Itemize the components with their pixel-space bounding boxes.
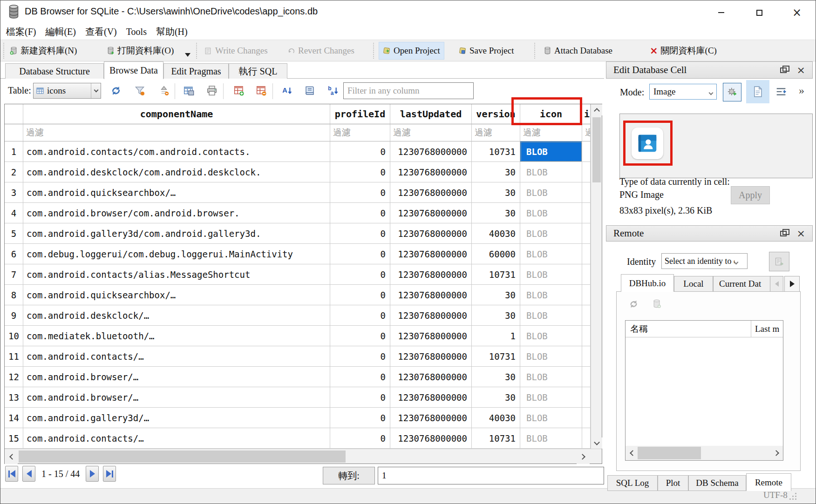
row-number[interactable]: 9 [5,305,23,326]
first-page-button[interactable] [5,466,18,482]
cell-version[interactable]: 30 [472,182,520,203]
dock-tab-remote[interactable]: Remote [746,473,791,491]
remote-list-header-modified[interactable]: Last m [751,324,779,334]
cell-icon-blob[interactable]: BLOB [520,223,582,244]
cell-componentName[interactable]: com.android.deskclock/com.android.deskcl… [23,162,330,182]
remote-scroll-right-button[interactable] [771,446,783,460]
cell-version[interactable]: 60000 [472,244,520,264]
menu-file[interactable]: 檔案(F) [1,24,41,40]
cell-componentName[interactable]: com.android.contacts/… [23,346,330,367]
new-database-button[interactable]: 新建資料庫(N) [6,42,81,60]
cell-lastUpdated[interactable]: 1230768000000 [390,326,472,346]
header-partial-column[interactable]: ic [582,104,591,124]
tab-database-structure[interactable]: Database Structure [5,63,104,79]
remote-list-header-name[interactable]: 名稱 [626,321,751,337]
filter-componentName[interactable]: 過濾 [23,124,330,141]
cell-version[interactable]: 10731 [472,428,520,449]
next-page-button[interactable] [86,466,99,482]
refresh-button[interactable] [109,84,122,97]
cell-profileId[interactable]: 0 [330,305,390,326]
cell-profileId[interactable]: 0 [330,367,390,387]
cell-version[interactable]: 30 [472,162,520,182]
tab-scroll-left-button[interactable] [770,276,783,292]
global-filter-input[interactable] [343,82,474,99]
row-number[interactable]: 10 [5,326,23,346]
cell-profileId[interactable]: 0 [330,223,390,244]
row-number[interactable]: 1 [5,141,23,162]
cell-lastUpdated[interactable]: 1230768000000 [390,141,472,162]
close-button[interactable]: × [786,5,808,20]
mode-select[interactable]: Image [649,84,717,100]
cell-lastUpdated[interactable]: 1230768000000 [390,305,472,326]
cell-profileId[interactable]: 0 [330,346,390,367]
write-changes-button[interactable]: Write Changes [201,42,272,60]
remote-tab-local[interactable]: Local [674,276,713,292]
cell-lastUpdated[interactable]: 1230768000000 [390,408,472,428]
cell-version[interactable]: 40030 [472,408,520,428]
row-number[interactable]: 13 [5,387,23,408]
cell-icon-blob[interactable]: BLOB [520,428,582,449]
cell-profileId[interactable]: 0 [330,285,390,305]
identity-import-button[interactable] [769,252,789,271]
import-data-button[interactable] [723,83,741,101]
cell-lastUpdated[interactable]: 1230768000000 [390,182,472,203]
cell-componentName[interactable]: com.android.contacts/com.android.contact… [23,141,330,162]
cell-componentName[interactable]: com.android.contacts/alias.MessageShortc… [23,264,330,285]
float-panel-icon[interactable] [780,231,787,236]
print-button[interactable] [205,84,218,97]
datatype-button[interactable] [303,84,316,97]
delete-record-button[interactable] [255,84,268,97]
cell-version[interactable]: 10731 [472,141,520,162]
revert-changes-button[interactable]: Revert Changes [284,42,358,60]
cell-version[interactable]: 10731 [472,264,520,285]
cell-lastUpdated[interactable]: 1230768000000 [390,203,472,223]
cell-icon-blob[interactable]: BLOB [520,162,582,182]
filter-partial[interactable]: 過濾 [582,124,591,141]
word-wrap-button[interactable] [775,85,788,98]
cell-icon-blob[interactable]: BLOB [520,367,582,387]
row-number[interactable]: 5 [5,223,23,244]
open-project-button[interactable]: Open Project [379,42,444,60]
cell-lastUpdated[interactable]: 1230768000000 [390,387,472,408]
cell-componentName[interactable]: com.debug.loggerui/com.debug.loggerui.Ma… [23,244,330,264]
cell-componentName[interactable]: com.android.quicksearchbox/… [23,285,330,305]
cell-version[interactable]: 30 [472,203,520,223]
cell-icon-blob[interactable]: BLOB [520,244,582,264]
text-mode-button[interactable] [746,80,769,103]
prev-page-button[interactable] [22,466,35,482]
clear-filter-button[interactable] [157,84,170,97]
cell-componentName[interactable]: com.android.browser/com.android.browser. [23,203,330,223]
cell-lastUpdated[interactable]: 1230768000000 [390,223,472,244]
dock-tab-sql-log[interactable]: SQL Log [607,475,658,491]
row-number[interactable]: 4 [5,203,23,223]
tab-execute-sql[interactable]: 執行 SQL [229,63,287,79]
row-number[interactable]: 2 [5,162,23,182]
row-number[interactable]: 14 [5,408,23,428]
row-number[interactable]: 15 [5,428,23,449]
cell-componentName[interactable]: com.android.gallery3d/com.android.galler… [23,223,330,244]
cell-profileId[interactable]: 0 [330,326,390,346]
cell-icon-blob[interactable]: BLOB [520,141,582,162]
save-table-button[interactable] [182,84,195,97]
cell-profileId[interactable]: 0 [330,428,390,449]
filter-button[interactable] [133,84,146,97]
menu-help[interactable]: 幫助(H) [151,24,192,40]
remote-tab-dbhub[interactable]: DBHub.io [621,274,674,292]
cell-componentName[interactable]: com.android.browser/… [23,367,330,387]
header-version[interactable]: version [472,104,520,124]
menu-tools[interactable]: Tools [122,25,151,39]
row-number[interactable]: 6 [5,244,23,264]
vertical-scrollbar[interactable] [591,104,602,449]
remote-tab-current-database[interactable]: Current Dat [713,276,771,292]
cell-componentName[interactable]: com.mediatek.bluetooth/… [23,326,330,346]
scroll-up-button[interactable] [591,104,602,115]
identity-select[interactable]: Select an identity to conne [661,253,748,269]
cell-version[interactable]: 10731 [472,346,520,367]
cell-profileId[interactable]: 0 [330,203,390,223]
filter-lastUpdated[interactable]: 過濾 [390,124,472,141]
close-database-button[interactable]: × 關閉資料庫(C) [646,42,721,60]
insert-record-button[interactable] [232,84,245,97]
cell-componentName[interactable]: com.android.contacts/… [23,428,330,449]
cell-icon-blob[interactable]: BLOB [520,203,582,223]
header-lastUpdated[interactable]: lastUpdated [390,104,472,124]
